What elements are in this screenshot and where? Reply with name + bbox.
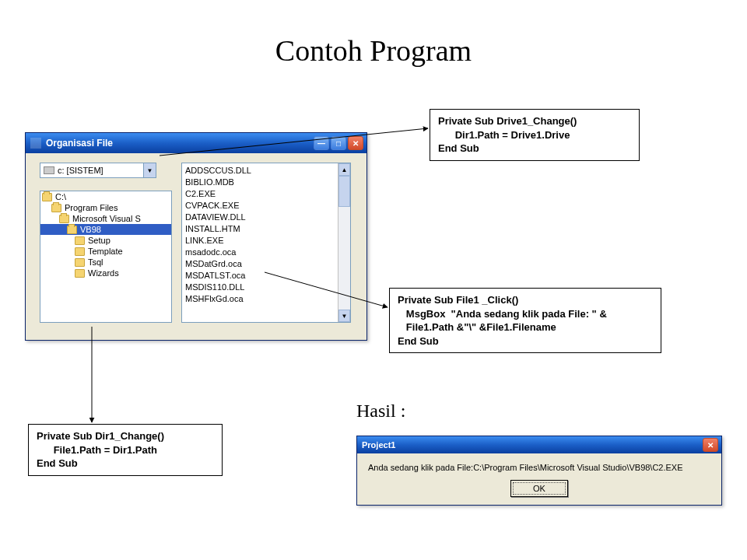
dir-item[interactable]: Microsoft Visual S (40, 213, 171, 224)
minimize-button[interactable]: — (314, 136, 329, 150)
file-item[interactable]: MSDATLST.oca (185, 270, 335, 282)
app-icon (30, 138, 41, 149)
scroll-track[interactable] (338, 176, 350, 310)
result-label: Hasil : (356, 401, 405, 422)
folder-icon (75, 247, 85, 256)
ok-button[interactable]: OK (510, 480, 568, 497)
file-item[interactable]: BIBLIO.MDB (185, 177, 335, 188)
dir-item[interactable]: Wizards (40, 268, 171, 278)
msgbox-close-button[interactable]: ✕ (703, 438, 718, 452)
file-item[interactable]: ADDSCCUS.DLL (185, 165, 335, 177)
folder-icon (75, 258, 85, 267)
scroll-down-button[interactable]: ▼ (338, 310, 350, 322)
folder-icon (59, 215, 69, 223)
msgbox-titlebar[interactable]: Project1 ✕ (357, 436, 721, 453)
file-item[interactable]: DATAVIEW.DLL (185, 212, 335, 223)
file-item[interactable]: CVPACK.EXE (185, 200, 335, 212)
drive-combobox[interactable]: c: [SISTEM] ▼ (40, 163, 156, 178)
drive-text: c: [SISTEM] (58, 166, 103, 175)
dir-item[interactable]: Tsql (40, 257, 171, 268)
file-item[interactable]: MSDIS110.DLL (185, 282, 335, 293)
file-item[interactable]: INSTALL.HTM (185, 223, 335, 235)
maximize-button[interactable]: □ (331, 136, 346, 150)
vb-titlebar[interactable]: Organisasi File — □ ✕ (26, 133, 366, 153)
dir-label: Program Files (65, 203, 117, 212)
vb-form-window: Organisasi File — □ ✕ c: [SISTEM] ▼ C:\P… (25, 132, 367, 341)
dir-item[interactable]: VB98 (40, 224, 171, 235)
code-drive-change: Private Sub Drive1_Change() Dir1.Path = … (430, 109, 640, 161)
folder-icon (67, 226, 77, 234)
file-item[interactable]: msadodc.oca (185, 247, 335, 258)
drive-icon (44, 166, 54, 174)
folder-icon (51, 204, 61, 212)
code-file-click: Private Sub File1 _Click() MsgBox "Anda … (389, 288, 661, 353)
folder-icon (42, 193, 52, 201)
dir-item[interactable]: Setup (40, 235, 171, 246)
form-body: c: [SISTEM] ▼ C:\Program FilesMicrosoft … (26, 153, 366, 340)
dir-label: C:\ (55, 192, 66, 201)
scroll-thumb[interactable] (338, 176, 350, 207)
dir-label: VB98 (80, 225, 101, 234)
dir-label: Wizards (88, 268, 119, 278)
dir-item[interactable]: Template (40, 246, 171, 257)
directory-listbox[interactable]: C:\Program FilesMicrosoft Visual SVB98Se… (40, 191, 172, 323)
file-listbox[interactable]: ADDSCCUS.DLLBIBLIO.MDBC2.EXECVPACK.EXEDA… (181, 163, 351, 323)
msgbox-title: Project1 (362, 440, 395, 450)
window-title: Organisasi File (46, 138, 113, 149)
file-scrollbar[interactable]: ▲ ▼ (338, 163, 350, 322)
dir-label: Tsql (88, 257, 103, 267)
dir-label: Microsoft Visual S (72, 214, 141, 223)
file-item[interactable]: MSDatGrd.oca (185, 258, 335, 270)
scroll-up-button[interactable]: ▲ (338, 163, 350, 176)
dir-label: Template (88, 247, 123, 256)
close-button[interactable]: ✕ (348, 136, 363, 150)
file-item[interactable]: MSHFlxGd.oca (185, 293, 335, 305)
folder-icon (75, 236, 85, 245)
file-item[interactable]: C2.EXE (185, 188, 335, 200)
dir-label: Setup (88, 236, 110, 245)
msgbox-text: Anda sedang klik pada File:C:\Program Fi… (357, 453, 721, 480)
dir-item[interactable]: Program Files (40, 202, 171, 213)
dir-item[interactable]: C:\ (40, 191, 171, 202)
file-item[interactable]: LINK.EXE (185, 235, 335, 247)
code-dir-change: Private Sub Dir1_Change() File1.Path = D… (28, 424, 223, 476)
chevron-down-icon[interactable]: ▼ (143, 163, 156, 177)
page-title: Contoh Program (0, 33, 747, 68)
folder-icon (75, 269, 85, 278)
msgbox-window: Project1 ✕ Anda sedang klik pada File:C:… (356, 436, 722, 506)
